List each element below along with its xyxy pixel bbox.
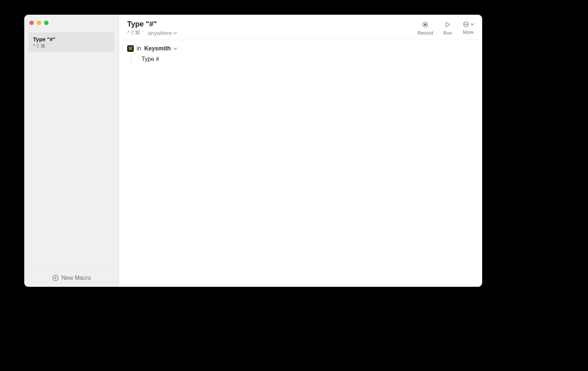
step-context-app: Keysmith (144, 45, 171, 52)
macro-list: Type "#" ^⇧⌘ ` (24, 29, 119, 269)
new-macro-button[interactable]: New Macro (24, 269, 119, 287)
play-icon (444, 21, 452, 29)
plus-circle-icon (52, 274, 59, 282)
new-macro-label: New Macro (61, 275, 91, 281)
header-actions: Record Run (417, 21, 474, 36)
svg-point-8 (466, 24, 466, 25)
header-left: Type "#" ^⇧⌘ ` anywhere (127, 20, 177, 36)
svg-point-7 (465, 24, 465, 25)
sidebar: Type "#" ^⇧⌘ ` New Macro (24, 15, 119, 287)
record-label: Record (417, 30, 433, 36)
macro-subheader: ^⇧⌘ ` anywhere (127, 29, 177, 36)
svg-marker-5 (446, 22, 450, 27)
more-icon (462, 21, 474, 28)
record-button[interactable]: Record (417, 21, 433, 36)
chevron-down-icon (173, 47, 177, 50)
minimize-window-button[interactable] (37, 21, 41, 25)
chevron-down-icon (173, 30, 177, 36)
macro-item-title: Type "#" (33, 36, 110, 42)
step-action-text: Type # (141, 56, 159, 62)
macro-title[interactable]: Type "#" (127, 20, 177, 28)
record-icon (421, 21, 429, 29)
step-context-prefix: in (137, 45, 141, 52)
app-icon: ⌘ (127, 45, 134, 52)
run-button[interactable]: Run (443, 21, 452, 36)
more-button[interactable]: More (462, 21, 474, 35)
main-pane: Type "#" ^⇧⌘ ` anywhere (119, 15, 482, 287)
scope-dropdown[interactable]: anywhere (148, 30, 177, 36)
run-label: Run (443, 30, 452, 36)
macro-list-item[interactable]: Type "#" ^⇧⌘ ` (29, 32, 114, 52)
window-controls (24, 15, 119, 29)
close-window-button[interactable] (29, 21, 34, 25)
step-action-row[interactable]: Type # (130, 55, 474, 64)
main-header: Type "#" ^⇧⌘ ` anywhere (119, 15, 482, 40)
macro-shortcut[interactable]: ^⇧⌘ ` (127, 29, 144, 36)
step-context[interactable]: ⌘ in Keysmith (127, 45, 474, 52)
app-window: Type "#" ^⇧⌘ ` New Macro Type "#" ^⇧⌘ ` (24, 15, 482, 287)
macro-item-shortcut: ^⇧⌘ ` (33, 43, 110, 49)
steps-area: ⌘ in Keysmith Type # (119, 40, 482, 287)
svg-point-4 (424, 24, 426, 25)
more-label: More (463, 29, 474, 35)
svg-point-9 (467, 24, 468, 25)
scope-label: anywhere (148, 30, 172, 36)
maximize-window-button[interactable] (44, 21, 49, 25)
